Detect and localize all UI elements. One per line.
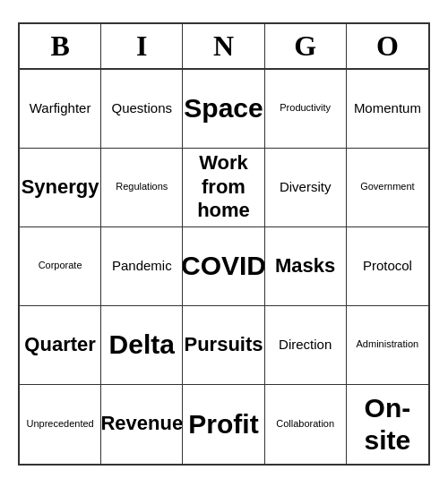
bingo-cell-12: COVID [183,227,264,306]
header-letter-O: O [347,24,428,68]
bingo-cell-20: Unprecedented [20,385,101,464]
bingo-cell-0: Warfighter [20,70,101,149]
bingo-cell-10: Corporate [20,227,101,306]
header-letter-I: I [101,24,183,68]
cell-text-6: Regulations [116,181,168,192]
cell-text-15: Quarter [24,333,95,356]
bingo-cell-5: Synergy [20,149,101,227]
bingo-cell-14: Protocol [347,227,428,306]
cell-text-2: Space [184,92,263,124]
cell-text-14: Protocol [363,258,412,274]
cell-text-24: On-site [350,392,425,457]
bingo-cell-23: Collaboration [265,385,347,464]
bingo-cell-24: On-site [347,385,428,464]
cell-text-9: Government [360,181,415,192]
cell-text-18: Direction [279,337,332,353]
cell-text-22: Profit [188,408,258,440]
cell-text-5: Synergy [22,175,99,199]
bingo-cell-6: Regulations [101,149,183,227]
cell-text-11: Pandemic [112,258,172,274]
bingo-cell-13: Masks [265,227,347,306]
cell-text-13: Masks [275,254,335,278]
cell-text-23: Collaboration [276,418,334,430]
cell-text-8: Diversity [280,179,332,195]
cell-text-10: Corporate [39,260,82,271]
bingo-cell-21: Revenue [101,385,183,464]
header-letter-N: N [183,24,264,68]
bingo-cell-18: Direction [265,306,347,385]
bingo-card: BINGO WarfighterQuestionsSpaceProductivi… [18,22,430,466]
bingo-cell-16: Delta [101,306,183,385]
cell-text-21: Revenue [101,412,183,435]
cell-text-1: Questions [112,100,173,116]
bingo-cell-11: Pandemic [101,227,183,306]
cell-text-0: Warfighter [30,100,91,116]
bingo-cell-19: Administration [347,306,428,385]
bingo-cell-8: Diversity [265,149,347,227]
bingo-cell-3: Productivity [265,70,347,149]
bingo-header: BINGO [20,24,428,70]
header-letter-B: B [20,24,101,68]
bingo-cell-9: Government [347,149,428,227]
header-letter-G: G [265,24,347,68]
bingo-cell-1: Questions [101,70,183,149]
bingo-cell-15: Quarter [20,306,101,385]
cell-text-7: Work from home [186,151,260,222]
cell-text-17: Pursuits [184,333,263,356]
cell-text-16: Delta [109,329,175,361]
bingo-cell-4: Momentum [347,70,428,149]
cell-text-3: Productivity [280,102,331,114]
bingo-cell-17: Pursuits [183,306,264,385]
cell-text-12: COVID [183,250,264,282]
cell-text-19: Administration [357,338,419,350]
cell-text-4: Momentum [354,100,421,116]
bingo-cell-7: Work from home [183,149,264,227]
cell-text-20: Unprecedented [26,418,93,430]
bingo-cell-22: Profit [183,385,264,464]
bingo-grid: WarfighterQuestionsSpaceProductivityMome… [20,70,428,464]
bingo-cell-2: Space [183,70,264,149]
